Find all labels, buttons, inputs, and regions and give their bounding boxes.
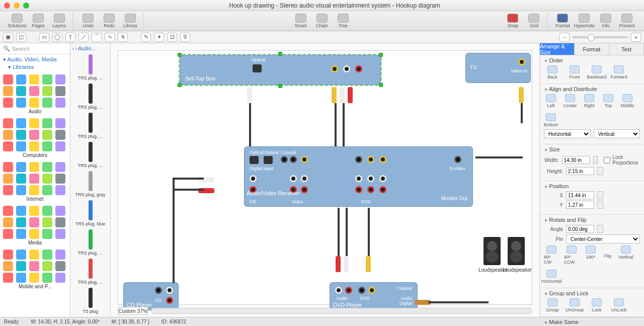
library-shape[interactable] bbox=[42, 250, 52, 260]
align-bottom-button[interactable]: Bottom bbox=[544, 113, 558, 127]
shape-item[interactable]: TRS plug, ... bbox=[73, 142, 108, 168]
library-shape[interactable] bbox=[42, 74, 52, 85]
page[interactable]: Set-Top Box Optical TV Video In bbox=[118, 50, 532, 305]
library-shape[interactable] bbox=[42, 261, 52, 271]
align-middle-button[interactable]: Middle bbox=[620, 94, 634, 108]
library-shape[interactable] bbox=[16, 98, 26, 108]
library-shape[interactable] bbox=[42, 130, 52, 140]
library-shape[interactable] bbox=[3, 206, 13, 216]
ungroup-button[interactable]: UnGroup bbox=[566, 298, 583, 312]
library-shape[interactable] bbox=[29, 229, 39, 239]
x-stepper[interactable] bbox=[597, 191, 603, 199]
selection-handle[interactable] bbox=[278, 84, 282, 88]
zoom-combo[interactable]: Custom 37% bbox=[118, 307, 148, 315]
library-shape[interactable] bbox=[3, 118, 13, 128]
library-shape[interactable] bbox=[3, 174, 13, 184]
shape-speaker-left[interactable] bbox=[484, 237, 501, 265]
align-right-button[interactable]: Right bbox=[582, 94, 596, 108]
library-shape[interactable] bbox=[3, 273, 13, 283]
library-shape[interactable] bbox=[42, 141, 52, 151]
library-shape[interactable] bbox=[3, 74, 13, 85]
layers-button[interactable]: Layers bbox=[49, 12, 69, 30]
library-shape[interactable] bbox=[55, 185, 65, 195]
library-shape[interactable] bbox=[29, 118, 39, 128]
order-forward-button[interactable]: Forward bbox=[610, 65, 627, 79]
tab-arrange[interactable]: Arrange & Size bbox=[540, 43, 575, 55]
y-field[interactable] bbox=[566, 201, 594, 209]
library-shape[interactable] bbox=[16, 118, 26, 128]
library-shape[interactable] bbox=[29, 250, 39, 260]
close-icon[interactable] bbox=[4, 3, 10, 9]
library-shape[interactable] bbox=[29, 74, 39, 85]
shape-set-top-box[interactable]: Set-Top Box Optical bbox=[180, 55, 381, 85]
height-field[interactable] bbox=[566, 167, 594, 175]
tree-button[interactable]: Tree bbox=[333, 12, 353, 30]
zoom-icon[interactable] bbox=[23, 3, 29, 9]
library-shape[interactable] bbox=[42, 273, 52, 283]
eyedropper-tool[interactable]: ⚲ bbox=[180, 33, 190, 42]
library-shape[interactable] bbox=[3, 162, 13, 172]
library-shape[interactable] bbox=[16, 217, 26, 227]
x-field[interactable] bbox=[566, 191, 594, 199]
library-shape[interactable] bbox=[42, 185, 52, 195]
order-back-button[interactable]: Back bbox=[544, 65, 561, 79]
y-stepper[interactable] bbox=[597, 201, 603, 209]
shape-receiver[interactable]: Optical Optical Coaxial Digital Input CD… bbox=[244, 146, 473, 207]
library-shape[interactable] bbox=[16, 74, 26, 85]
align-top-button[interactable]: Top bbox=[601, 94, 615, 108]
library-shape[interactable] bbox=[16, 229, 26, 239]
library-shape[interactable] bbox=[42, 118, 52, 128]
library-shape[interactable] bbox=[29, 174, 39, 184]
library-shape[interactable] bbox=[29, 206, 39, 216]
tree-libraries[interactable]: ▾ Libraries bbox=[3, 64, 67, 70]
crop-tool[interactable]: ⊡ bbox=[167, 33, 177, 42]
library-shape[interactable] bbox=[42, 98, 52, 108]
shape-item[interactable]: TRS plug, ... bbox=[73, 229, 108, 256]
library-shape[interactable] bbox=[16, 261, 26, 271]
canvas[interactable]: Set-Top Box Optical TV Video In bbox=[111, 43, 539, 317]
library-shape[interactable] bbox=[42, 217, 52, 227]
library-shape[interactable] bbox=[29, 217, 39, 227]
library-shape[interactable] bbox=[16, 162, 26, 172]
tab-text[interactable]: Text bbox=[609, 43, 644, 55]
pen-tool[interactable]: ✎ bbox=[141, 33, 151, 42]
library-button[interactable]: Library bbox=[120, 12, 140, 30]
library-shape[interactable] bbox=[55, 217, 65, 227]
zoom-out-button[interactable]: − bbox=[559, 33, 570, 42]
library-shape[interactable] bbox=[16, 250, 26, 260]
distribute-horizontal-select[interactable]: Horizontal bbox=[544, 129, 591, 138]
selection-handle[interactable] bbox=[278, 52, 282, 56]
undo-button[interactable]: Undo bbox=[78, 12, 98, 30]
shape-speaker-right[interactable] bbox=[508, 237, 525, 265]
library-shape[interactable] bbox=[55, 261, 65, 271]
library-shape[interactable] bbox=[29, 185, 39, 195]
library-shape[interactable] bbox=[42, 206, 52, 216]
rect-tool[interactable]: ▭ bbox=[39, 33, 49, 42]
distribute-vertical-select[interactable]: Vertical bbox=[594, 129, 640, 138]
order-backward-button[interactable]: Backward bbox=[588, 65, 605, 79]
library-shape[interactable] bbox=[42, 174, 52, 184]
snap-button[interactable]: Snap bbox=[503, 12, 523, 30]
library-shape[interactable] bbox=[16, 130, 26, 140]
angle-stepper[interactable] bbox=[597, 225, 603, 233]
library-shape[interactable] bbox=[29, 86, 39, 96]
align-left-button[interactable]: Left bbox=[544, 94, 558, 108]
library-shape[interactable] bbox=[29, 141, 39, 151]
rotate-180-button[interactable]: 180º bbox=[584, 246, 597, 265]
library-shape[interactable] bbox=[29, 261, 39, 271]
library-shape[interactable] bbox=[3, 261, 13, 271]
lasso-tool[interactable]: ◫ bbox=[16, 33, 26, 42]
shape-item[interactable]: TRS plug, ... bbox=[73, 84, 108, 110]
shape-dvd-player[interactable]: Audio DVD Coaxial Audio Digital DVD Play… bbox=[330, 282, 418, 310]
flip-horizontal-button[interactable]: Horizontal bbox=[544, 270, 559, 284]
tree-root[interactable]: ▾ Audio, Video, Media bbox=[3, 56, 67, 63]
shape-item[interactable]: TRS plug, ... bbox=[73, 259, 108, 285]
library-shape[interactable] bbox=[42, 229, 52, 239]
library-shape[interactable] bbox=[29, 273, 39, 283]
library-shape[interactable] bbox=[55, 141, 65, 151]
library-shape[interactable] bbox=[16, 174, 26, 184]
library-shape[interactable] bbox=[55, 206, 65, 216]
shape-item[interactable]: TRS plug, ... bbox=[73, 54, 108, 80]
selection-handle[interactable] bbox=[178, 53, 182, 57]
redo-button[interactable]: Redo bbox=[99, 12, 119, 30]
